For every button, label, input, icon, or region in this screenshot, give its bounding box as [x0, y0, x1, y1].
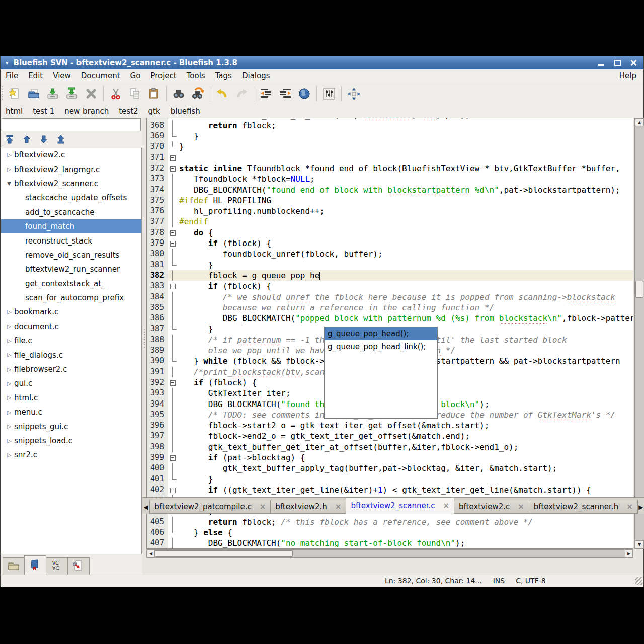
fold-margin[interactable] — [168, 238, 179, 249]
expander-collapsed-icon[interactable]: ▷ — [4, 423, 14, 430]
close-button[interactable] — [629, 59, 637, 66]
file-item-file-dialogs-c[interactable]: ▷file_dialogs.c — [1, 348, 141, 362]
file-item-document-c[interactable]: ▷document.c — [1, 319, 141, 334]
sidebar-tab-char-map[interactable]: ∀C∀∈ — [46, 557, 68, 575]
expander-collapsed-icon[interactable]: ▷ — [4, 166, 14, 173]
expander-collapsed-icon[interactable]: ▷ — [4, 409, 14, 416]
expander-collapsed-icon[interactable]: ▷ — [4, 323, 14, 330]
scroll-down-button[interactable]: ▼ — [635, 540, 644, 548]
menu-help[interactable]: Help — [614, 70, 643, 82]
expander-collapsed-icon[interactable]: ▷ — [4, 352, 14, 358]
maximize-button[interactable] — [613, 59, 621, 66]
file-item-bftextview2-scanner-c[interactable]: ▼bftextview2_scanner.c — [1, 177, 141, 191]
scroll-up-button[interactable]: ▲ — [635, 118, 644, 126]
expander-collapsed-icon[interactable]: ▷ — [4, 452, 14, 458]
file-item-file-c[interactable]: ▷file.c — [1, 334, 141, 348]
find-button[interactable] — [169, 85, 188, 103]
sidebar-tab-snippets[interactable] — [67, 557, 90, 575]
window-menu-icon[interactable]: ▾ — [6, 60, 9, 66]
save-button[interactable] — [43, 85, 62, 103]
title-bar[interactable]: ▾ Bluefish SVN - bftextview2_scanner.c -… — [1, 56, 643, 69]
fold-toggle-icon[interactable] — [170, 284, 176, 289]
fold-toggle-icon[interactable] — [170, 488, 176, 493]
fold-toggle-icon[interactable] — [170, 230, 176, 236]
resize-grip[interactable] — [635, 577, 642, 585]
menu-tags[interactable]: Tags — [210, 70, 237, 82]
menu-edit[interactable]: Edit — [23, 70, 48, 82]
menu-file[interactable]: File — [1, 70, 23, 82]
save-as-button[interactable] — [62, 85, 82, 103]
tabs-scroll-left-icon[interactable]: ◀ — [142, 501, 149, 514]
function-item-scan-for-autocomp-prefix[interactable]: scan_for_autocomp_prefix — [1, 291, 141, 305]
vertical-scroll-thumb[interactable] — [635, 281, 643, 298]
bookmark-first-button[interactable] — [3, 133, 17, 146]
undo-button[interactable] — [213, 85, 232, 103]
file-item-html-c[interactable]: ▷html.c — [1, 391, 141, 405]
tab-close-icon[interactable]: × — [626, 502, 633, 511]
expander-collapsed-icon[interactable]: ▷ — [4, 309, 14, 315]
file-item-filebrowser2-c[interactable]: ▷filebrowser2.c — [1, 362, 141, 376]
horizontal-scrollbar[interactable]: ◀ ▶ — [146, 549, 633, 558]
tab-close-icon[interactable]: × — [260, 502, 266, 511]
bookmark-filter-box[interactable] — [2, 118, 141, 131]
file-item-menu-c[interactable]: ▷menu.c — [1, 405, 141, 419]
minimize-button[interactable] — [597, 59, 605, 66]
menu-view[interactable]: View — [48, 70, 76, 82]
expander-collapsed-icon[interactable]: ▷ — [4, 338, 14, 344]
function-item-bftextview2-run-scanner[interactable]: bftextview2_run_scanner — [1, 262, 141, 276]
unindent-button[interactable] — [257, 85, 276, 103]
fold-margin[interactable] — [168, 227, 179, 238]
new-button[interactable] — [5, 85, 24, 103]
autocomplete-item[interactable]: g_queue_pop_head(); — [325, 327, 437, 340]
open-button[interactable] — [24, 85, 43, 103]
fold-toggle-icon[interactable] — [170, 241, 176, 247]
function-item-add-to-scancache[interactable]: add_to_scancache — [1, 205, 141, 219]
doc-tab-bftextview2-scanner-h[interactable]: bftextview2_scanner.h× — [529, 500, 638, 514]
quickbar-item-bluefish[interactable]: bluefish — [166, 106, 205, 117]
bookmark-previous-button[interactable] — [20, 133, 34, 146]
fold-margin[interactable] — [168, 163, 179, 174]
fullscreen-button[interactable] — [344, 85, 363, 103]
fold-toggle-icon[interactable] — [170, 155, 176, 161]
doc-tab-bftextview2-patcompile-c[interactable]: bftextview2_patcompile.c× — [149, 500, 271, 514]
tab-close-icon[interactable]: × — [443, 501, 449, 510]
quickbar-item-test-1[interactable]: test 1 — [28, 106, 59, 117]
sidebar-tab-bookmarks[interactable] — [24, 555, 46, 575]
fold-margin[interactable] — [168, 377, 179, 388]
menu-go[interactable]: Go — [125, 70, 146, 82]
file-item-bookmark-c[interactable]: ▷bookmark.c — [1, 305, 141, 319]
cut-button[interactable] — [106, 85, 125, 103]
expander-collapsed-icon[interactable]: ▷ — [4, 394, 14, 401]
file-item-bftextview2-langmgr-c[interactable]: ▷bftextview2_langmgr.c — [1, 162, 141, 176]
doc-tab-bftextview2-scanner-c[interactable]: bftextview2_scanner.c× — [346, 497, 454, 514]
fold-toggle-icon[interactable] — [170, 166, 176, 172]
quickbar-item-html[interactable]: html — [1, 106, 28, 117]
autocomplete-item[interactable]: g_queue_pop_head_link(); — [325, 340, 437, 353]
menu-document[interactable]: Document — [76, 70, 125, 82]
file-item-bftextview2-c[interactable]: ▷bftextview2.c — [1, 148, 141, 162]
find-replace-button[interactable] — [188, 85, 207, 103]
fold-margin[interactable] — [168, 452, 179, 463]
fold-margin[interactable] — [168, 281, 179, 291]
fold-toggle-icon[interactable] — [170, 455, 176, 461]
function-item-get-contextstack-at-[interactable]: get_contextstack_at_ — [1, 277, 141, 291]
scroll-left-button[interactable]: ◀ — [147, 550, 155, 557]
quickbar-item-new-branch[interactable]: new branch — [59, 106, 114, 117]
file-item-snippets-load-c[interactable]: ▷snippets_load.c — [1, 434, 141, 448]
menu-dialogs[interactable]: Dialogs — [237, 70, 275, 82]
expander-collapsed-icon[interactable]: ▷ — [4, 152, 14, 158]
indent-button[interactable] — [276, 85, 295, 103]
paste-button[interactable] — [144, 85, 164, 103]
file-item-snippets-gui-c[interactable]: ▷snippets_gui.c — [1, 419, 141, 433]
function-item-reconstruct-stack[interactable]: reconstruct_stack — [1, 233, 141, 248]
tabs-scroll-right-icon[interactable]: ▶ — [637, 501, 644, 514]
vertical-scrollbar[interactable]: ▲ ▼ — [634, 118, 644, 549]
doc-tab-bftextview2-c[interactable]: bftextview2.c× — [454, 500, 529, 514]
expander-collapsed-icon[interactable]: ▷ — [4, 438, 14, 444]
scroll-right-button[interactable]: ▶ — [625, 550, 633, 557]
toolbar-drag-handle[interactable] — [2, 86, 3, 101]
close-button[interactable] — [82, 85, 101, 103]
menu-tools[interactable]: Tools — [182, 70, 210, 82]
quickbar-item-gtk[interactable]: gtk — [143, 106, 166, 117]
horizontal-scroll-thumb[interactable] — [155, 550, 293, 557]
